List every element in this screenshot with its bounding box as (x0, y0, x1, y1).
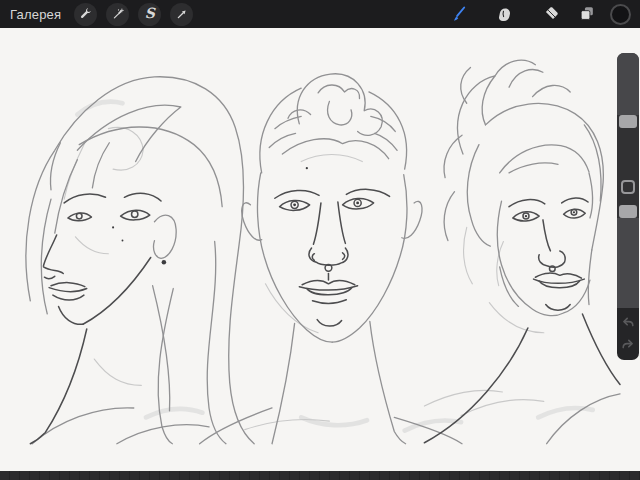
smudge-tool-button[interactable] (493, 3, 516, 26)
brush-size-slider[interactable] (619, 115, 637, 128)
undo-icon (620, 314, 636, 330)
selection-button[interactable]: S (138, 3, 161, 26)
eraser-icon (541, 4, 561, 24)
gallery-button[interactable]: Галерея (10, 7, 61, 22)
brush-sidebar (617, 53, 639, 360)
s-curve-icon: S (145, 6, 155, 20)
magic-wand-icon (110, 7, 125, 22)
bottom-bar (0, 471, 640, 480)
wrench-icon (78, 7, 93, 22)
color-button[interactable] (609, 3, 632, 26)
actions-button[interactable] (74, 3, 97, 26)
transform-button[interactable] (170, 3, 193, 26)
color-swatch (610, 4, 631, 25)
opacity-slider[interactable] (619, 205, 637, 218)
undo-button[interactable] (620, 314, 636, 330)
toolbar-right-group (447, 3, 640, 26)
brush-size-track-fill (617, 53, 639, 115)
modify-button[interactable] (621, 180, 635, 194)
slider-zone (617, 53, 639, 308)
toolbar-left-group: Галерея S (0, 3, 193, 26)
paintbrush-icon (448, 4, 469, 25)
layers-icon (577, 4, 597, 24)
redo-button[interactable] (620, 336, 636, 352)
layers-button[interactable] (575, 3, 598, 26)
opacity-track-fill (617, 218, 639, 308)
adjustments-button[interactable] (106, 3, 129, 26)
redo-icon (620, 336, 636, 352)
top-toolbar: Галерея S (0, 0, 640, 28)
artwork-canvas[interactable] (0, 28, 640, 471)
arrow-cursor-icon (174, 7, 189, 22)
paint-tool-button[interactable] (447, 3, 470, 26)
smudge-finger-icon (494, 4, 515, 25)
erase-tool-button[interactable] (539, 3, 562, 26)
history-zone (617, 308, 639, 360)
sketch-drawing (0, 28, 640, 471)
